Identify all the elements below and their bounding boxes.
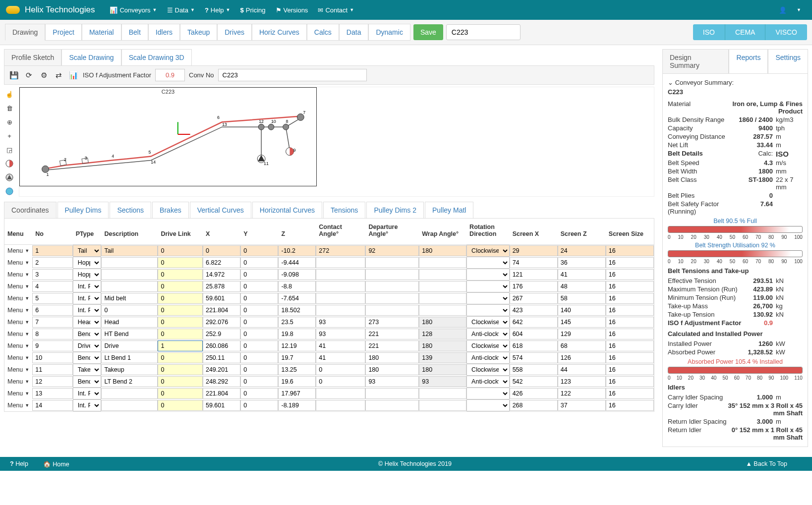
ctab-tensions[interactable]: Tensions <box>323 202 365 218</box>
tab-drives[interactable]: Drives <box>217 24 252 41</box>
cell-ca[interactable] <box>316 293 365 304</box>
cell-rotation[interactable]: Clockwise <box>466 245 510 257</box>
cell-ca[interactable] <box>316 269 365 280</box>
cell-sx[interactable] <box>510 376 558 387</box>
globe-icon[interactable]: ⊕ <box>4 116 15 127</box>
gear-icon[interactable]: ⚙ <box>38 70 49 81</box>
cell-x[interactable] <box>203 388 240 399</box>
cell-desc[interactable] <box>101 340 158 351</box>
cell-x[interactable] <box>203 400 240 411</box>
cell-desc[interactable] <box>101 352 158 363</box>
cell-y[interactable] <box>240 400 278 411</box>
cell-ca[interactable] <box>316 400 365 411</box>
cell-z[interactable] <box>278 293 316 304</box>
cell-no[interactable] <box>32 305 72 316</box>
cell-wrap[interactable] <box>419 245 466 256</box>
cell-y[interactable] <box>240 376 278 387</box>
cell-ss[interactable] <box>606 364 654 375</box>
cell-sx[interactable] <box>510 388 558 399</box>
cell-drivelink[interactable] <box>158 305 203 316</box>
cell-wrap[interactable] <box>419 388 466 399</box>
cell-ca[interactable] <box>316 364 365 375</box>
cell-z[interactable] <box>278 245 316 256</box>
cell-z[interactable] <box>278 388 316 399</box>
cell-ptype[interactable]: Hopper <box>73 269 102 281</box>
subtab-profile-sketch[interactable]: Profile Sketch <box>4 49 61 65</box>
cell-ss[interactable] <box>606 329 654 339</box>
cell-x[interactable] <box>203 317 240 328</box>
cell-y[interactable] <box>240 329 278 339</box>
cell-sz[interactable] <box>558 257 606 268</box>
cell-sz[interactable] <box>558 269 606 280</box>
cell-wrap[interactable] <box>419 281 466 292</box>
cell-ss[interactable] <box>606 281 654 292</box>
refresh-icon[interactable]: ⟳ <box>23 70 34 81</box>
cell-sz[interactable] <box>558 281 606 292</box>
cell-z[interactable] <box>278 340 316 351</box>
calc-cema[interactable]: CEMA <box>725 24 765 40</box>
cell-drivelink[interactable] <box>158 317 203 328</box>
cell-no[interactable] <box>32 388 72 399</box>
trash-icon[interactable]: 🗑 <box>4 103 15 113</box>
nav-help[interactable]: ? Help ▼ <box>200 6 235 14</box>
cell-desc[interactable] <box>101 400 158 411</box>
triangle-circle-icon[interactable] <box>4 172 15 183</box>
row-menu[interactable]: Menu ▼ <box>4 246 32 256</box>
chart-icon[interactable]: 📊 <box>68 70 79 81</box>
cell-no[interactable] <box>32 257 72 268</box>
rtab-reports[interactable]: Reports <box>729 49 768 73</box>
cell-z[interactable] <box>278 376 316 387</box>
cell-y[interactable] <box>240 281 278 292</box>
cell-rotation[interactable] <box>466 292 510 304</box>
cell-sz[interactable] <box>558 340 606 351</box>
cell-drivelink[interactable] <box>158 352 203 363</box>
cell-x[interactable] <box>203 257 240 268</box>
cell-no[interactable] <box>32 400 72 411</box>
cell-x[interactable] <box>203 269 240 280</box>
cell-da[interactable] <box>365 329 419 339</box>
cell-ptype[interactable]: Bend <box>73 352 102 364</box>
cell-ptype[interactable]: Int. Pt <box>73 281 102 292</box>
cell-no[interactable] <box>32 293 72 304</box>
cell-ss[interactable] <box>606 400 654 411</box>
cell-sz[interactable] <box>558 376 606 387</box>
cell-no[interactable] <box>32 364 72 375</box>
cell-z[interactable] <box>278 305 316 316</box>
row-menu[interactable]: Menu ▼ <box>4 389 32 398</box>
tab-calcs[interactable]: Calcs <box>307 24 339 41</box>
ctab-pulley-matl[interactable]: Pulley Matl <box>425 202 473 218</box>
cell-da[interactable] <box>365 317 419 328</box>
cell-desc[interactable] <box>101 245 158 256</box>
cell-drivelink[interactable] <box>158 329 203 339</box>
cell-sz[interactable] <box>558 293 606 304</box>
cell-x[interactable] <box>203 245 240 256</box>
cell-z[interactable] <box>278 364 316 375</box>
cell-z[interactable] <box>278 317 316 328</box>
pointer-icon[interactable]: ☝ <box>4 89 15 100</box>
cell-wrap[interactable] <box>419 329 466 339</box>
cell-x[interactable] <box>203 376 240 387</box>
cell-no[interactable] <box>32 376 72 387</box>
cell-drivelink[interactable] <box>158 376 203 387</box>
cell-z[interactable] <box>278 329 316 339</box>
cell-ss[interactable] <box>606 352 654 363</box>
cell-y[interactable] <box>240 293 278 304</box>
cell-sz[interactable] <box>558 317 606 328</box>
cell-ca[interactable] <box>316 317 365 328</box>
cell-sx[interactable] <box>510 400 558 411</box>
save-icon[interactable]: 💾 <box>8 70 19 81</box>
ctab-brakes[interactable]: Brakes <box>152 202 189 218</box>
cell-da[interactable] <box>365 245 419 256</box>
cell-wrap[interactable] <box>419 317 466 328</box>
calc-iso[interactable]: ISO <box>693 24 725 40</box>
convno-input[interactable] <box>218 69 367 81</box>
tab-belt[interactable]: Belt <box>121 24 148 41</box>
ctab-vertical-curves[interactable]: Vertical Curves <box>190 202 251 218</box>
tab-material[interactable]: Material <box>82 24 121 41</box>
ctab-sections[interactable]: Sections <box>110 202 151 218</box>
cell-sz[interactable] <box>558 245 606 256</box>
cell-wrap[interactable] <box>419 352 466 363</box>
cell-x[interactable] <box>203 340 240 351</box>
cell-wrap[interactable] <box>419 293 466 304</box>
nav-conveyors[interactable]: 📊 Conveyors ▼ <box>105 6 162 14</box>
